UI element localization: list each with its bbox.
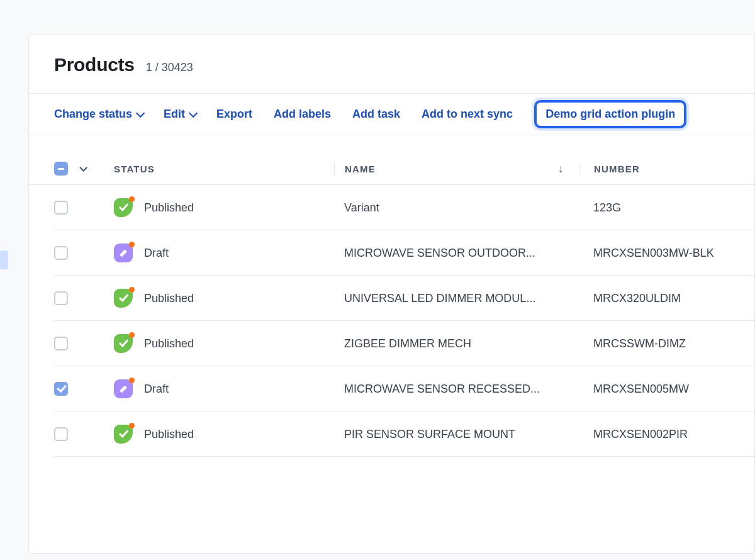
product-name: UNIVERSAL LED DIMMER MODUL...	[344, 292, 535, 305]
table-row[interactable]: PublishedZIGBEE DIMMER MECHMRCSSWM-DIMZ	[29, 321, 754, 366]
products-panel: Products 1 / 30423 Change status Edit Ex…	[28, 35, 755, 554]
add-to-next-sync-button[interactable]: Add to next sync	[422, 108, 513, 121]
published-status-icon	[114, 334, 133, 353]
row-checkbox[interactable]	[54, 427, 68, 441]
product-number: MRCX320ULDIM	[593, 292, 681, 305]
product-name: Variant	[344, 201, 379, 215]
column-header-name[interactable]: NAME ↓	[334, 162, 579, 176]
published-status-icon	[114, 289, 133, 308]
status-text: Published	[144, 337, 194, 350]
sort-down-icon[interactable]: ↓	[558, 162, 564, 176]
change-status-menu[interactable]: Change status	[54, 108, 142, 121]
row-checkbox[interactable]	[54, 246, 68, 260]
chevron-down-icon	[136, 108, 145, 117]
status-text: Published	[144, 428, 194, 441]
row-checkbox[interactable]	[54, 201, 68, 215]
published-status-icon	[114, 198, 133, 217]
row-checkbox[interactable]	[54, 337, 68, 350]
table-row[interactable]: PublishedUNIVERSAL LED DIMMER MODUL...MR…	[29, 276, 754, 321]
table-row[interactable]: DraftMICROWAVE SENSOR RECESSED...MRCXSEN…	[29, 366, 754, 412]
table-header-row: STATUS NAME ↓ NUMBER	[29, 153, 754, 185]
table-row[interactable]: DraftMICROWAVE SENSOR OUTDOOR...MRCXSEN0…	[29, 230, 754, 276]
demo-grid-action-plugin-button[interactable]: Demo grid action plugin	[534, 100, 686, 128]
add-task-button[interactable]: Add task	[352, 108, 400, 121]
published-status-icon	[114, 425, 133, 444]
change-status-label: Change status	[54, 108, 132, 121]
product-name: MICROWAVE SENSOR OUTDOOR...	[344, 247, 535, 260]
status-text: Published	[144, 201, 194, 215]
status-text: Published	[144, 292, 194, 305]
table-body: PublishedVariant123GDraftMICROWAVE SENSO…	[29, 185, 754, 457]
product-number: 123G	[593, 201, 621, 214]
chevron-down-icon[interactable]	[79, 164, 87, 172]
row-checkbox[interactable]	[54, 291, 68, 305]
page-header: Products 1 / 30423	[29, 35, 754, 93]
draft-status-icon	[114, 244, 133, 262]
chevron-down-icon	[189, 108, 198, 117]
add-labels-button[interactable]: Add labels	[274, 108, 331, 121]
product-name: ZIGBEE DIMMER MECH	[344, 337, 471, 350]
product-number: MRCSSWM-DIMZ	[593, 337, 686, 350]
product-name: PIR SENSOR SURFACE MOUNT	[344, 428, 515, 441]
selection-counter: 1 / 30423	[146, 61, 193, 74]
edit-label: Edit	[164, 108, 185, 121]
status-text: Draft	[144, 383, 169, 396]
column-header-number[interactable]: NUMBER	[579, 164, 729, 174]
status-text: Draft	[144, 247, 169, 260]
column-header-status[interactable]: STATUS	[89, 164, 334, 174]
table-row[interactable]: PublishedVariant123G	[29, 185, 754, 230]
export-button[interactable]: Export	[216, 108, 252, 121]
product-number: MRCXSEN003MW-BLK	[593, 247, 714, 259]
product-number: MRCXSEN005MW	[593, 383, 689, 395]
draft-status-icon	[114, 379, 133, 398]
page-title: Products	[54, 54, 135, 76]
table-row[interactable]: PublishedPIR SENSOR SURFACE MOUNTMRCXSEN…	[29, 412, 754, 457]
edit-menu[interactable]: Edit	[164, 108, 195, 121]
select-all-checkbox[interactable]	[54, 162, 68, 176]
product-number: MRCXSEN002PIR	[593, 428, 688, 440]
product-name: MICROWAVE SENSOR RECESSED...	[344, 383, 540, 396]
row-checkbox[interactable]	[54, 382, 68, 396]
bulk-action-toolbar: Change status Edit Export Add labels Add…	[29, 93, 754, 135]
